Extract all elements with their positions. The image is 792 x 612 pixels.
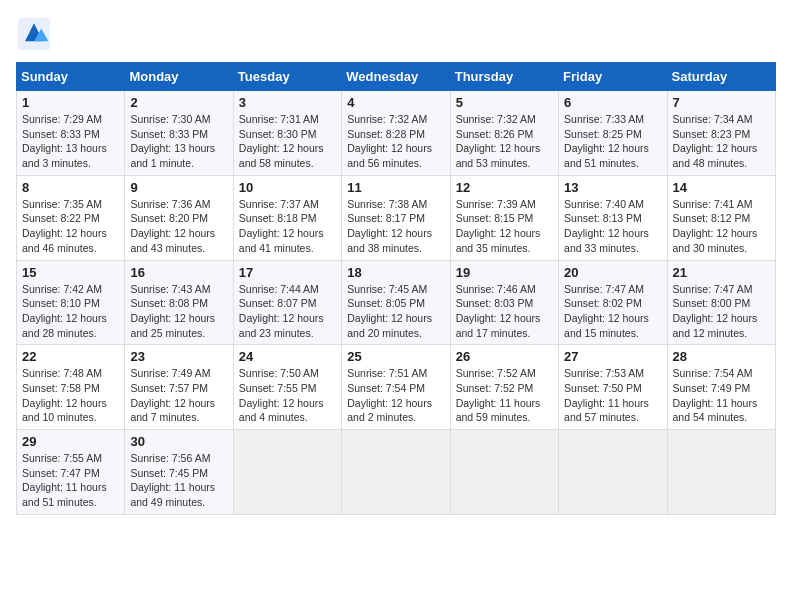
day-info: Sunrise: 7:34 AM Sunset: 8:23 PM Dayligh… — [673, 112, 770, 171]
col-header-monday: Monday — [125, 63, 233, 91]
col-header-friday: Friday — [559, 63, 667, 91]
calendar-cell: 28 Sunrise: 7:54 AM Sunset: 7:49 PM Dayl… — [667, 345, 775, 430]
day-info: Sunrise: 7:49 AM Sunset: 7:57 PM Dayligh… — [130, 366, 227, 425]
day-info: Sunrise: 7:53 AM Sunset: 7:50 PM Dayligh… — [564, 366, 661, 425]
day-info: Sunrise: 7:52 AM Sunset: 7:52 PM Dayligh… — [456, 366, 553, 425]
day-number: 3 — [239, 95, 336, 110]
calendar-week-4: 22 Sunrise: 7:48 AM Sunset: 7:58 PM Dayl… — [17, 345, 776, 430]
calendar-cell — [559, 430, 667, 515]
calendar-cell: 25 Sunrise: 7:51 AM Sunset: 7:54 PM Dayl… — [342, 345, 450, 430]
calendar-cell: 14 Sunrise: 7:41 AM Sunset: 8:12 PM Dayl… — [667, 175, 775, 260]
day-number: 29 — [22, 434, 119, 449]
calendar-cell: 9 Sunrise: 7:36 AM Sunset: 8:20 PM Dayli… — [125, 175, 233, 260]
day-number: 12 — [456, 180, 553, 195]
calendar-cell — [450, 430, 558, 515]
day-info: Sunrise: 7:35 AM Sunset: 8:22 PM Dayligh… — [22, 197, 119, 256]
day-number: 19 — [456, 265, 553, 280]
day-number: 25 — [347, 349, 444, 364]
day-number: 17 — [239, 265, 336, 280]
day-info: Sunrise: 7:40 AM Sunset: 8:13 PM Dayligh… — [564, 197, 661, 256]
day-info: Sunrise: 7:42 AM Sunset: 8:10 PM Dayligh… — [22, 282, 119, 341]
day-info: Sunrise: 7:47 AM Sunset: 8:00 PM Dayligh… — [673, 282, 770, 341]
day-info: Sunrise: 7:33 AM Sunset: 8:25 PM Dayligh… — [564, 112, 661, 171]
calendar-cell: 20 Sunrise: 7:47 AM Sunset: 8:02 PM Dayl… — [559, 260, 667, 345]
day-number: 16 — [130, 265, 227, 280]
day-number: 30 — [130, 434, 227, 449]
day-number: 13 — [564, 180, 661, 195]
day-info: Sunrise: 7:55 AM Sunset: 7:47 PM Dayligh… — [22, 451, 119, 510]
day-number: 8 — [22, 180, 119, 195]
day-number: 21 — [673, 265, 770, 280]
day-info: Sunrise: 7:47 AM Sunset: 8:02 PM Dayligh… — [564, 282, 661, 341]
day-number: 26 — [456, 349, 553, 364]
calendar-cell: 30 Sunrise: 7:56 AM Sunset: 7:45 PM Dayl… — [125, 430, 233, 515]
calendar-cell: 6 Sunrise: 7:33 AM Sunset: 8:25 PM Dayli… — [559, 91, 667, 176]
day-info: Sunrise: 7:48 AM Sunset: 7:58 PM Dayligh… — [22, 366, 119, 425]
day-number: 5 — [456, 95, 553, 110]
calendar-cell: 4 Sunrise: 7:32 AM Sunset: 8:28 PM Dayli… — [342, 91, 450, 176]
day-info: Sunrise: 7:29 AM Sunset: 8:33 PM Dayligh… — [22, 112, 119, 171]
calendar-cell: 22 Sunrise: 7:48 AM Sunset: 7:58 PM Dayl… — [17, 345, 125, 430]
calendar-cell: 27 Sunrise: 7:53 AM Sunset: 7:50 PM Dayl… — [559, 345, 667, 430]
day-number: 9 — [130, 180, 227, 195]
col-header-saturday: Saturday — [667, 63, 775, 91]
day-info: Sunrise: 7:56 AM Sunset: 7:45 PM Dayligh… — [130, 451, 227, 510]
calendar-cell: 23 Sunrise: 7:49 AM Sunset: 7:57 PM Dayl… — [125, 345, 233, 430]
day-number: 20 — [564, 265, 661, 280]
calendar-cell: 8 Sunrise: 7:35 AM Sunset: 8:22 PM Dayli… — [17, 175, 125, 260]
calendar-cell: 24 Sunrise: 7:50 AM Sunset: 7:55 PM Dayl… — [233, 345, 341, 430]
calendar-cell: 21 Sunrise: 7:47 AM Sunset: 8:00 PM Dayl… — [667, 260, 775, 345]
col-header-sunday: Sunday — [17, 63, 125, 91]
calendar-week-5: 29 Sunrise: 7:55 AM Sunset: 7:47 PM Dayl… — [17, 430, 776, 515]
logo-icon — [16, 16, 52, 52]
calendar-week-1: 1 Sunrise: 7:29 AM Sunset: 8:33 PM Dayli… — [17, 91, 776, 176]
day-info: Sunrise: 7:39 AM Sunset: 8:15 PM Dayligh… — [456, 197, 553, 256]
calendar-cell — [667, 430, 775, 515]
day-info: Sunrise: 7:36 AM Sunset: 8:20 PM Dayligh… — [130, 197, 227, 256]
page-header — [16, 16, 776, 52]
calendar-cell — [342, 430, 450, 515]
day-info: Sunrise: 7:32 AM Sunset: 8:26 PM Dayligh… — [456, 112, 553, 171]
calendar-cell: 1 Sunrise: 7:29 AM Sunset: 8:33 PM Dayli… — [17, 91, 125, 176]
day-number: 2 — [130, 95, 227, 110]
day-number: 1 — [22, 95, 119, 110]
calendar-week-3: 15 Sunrise: 7:42 AM Sunset: 8:10 PM Dayl… — [17, 260, 776, 345]
day-info: Sunrise: 7:46 AM Sunset: 8:03 PM Dayligh… — [456, 282, 553, 341]
day-info: Sunrise: 7:44 AM Sunset: 8:07 PM Dayligh… — [239, 282, 336, 341]
day-number: 28 — [673, 349, 770, 364]
day-number: 15 — [22, 265, 119, 280]
calendar-table: SundayMondayTuesdayWednesdayThursdayFrid… — [16, 62, 776, 515]
calendar-cell: 13 Sunrise: 7:40 AM Sunset: 8:13 PM Dayl… — [559, 175, 667, 260]
day-info: Sunrise: 7:30 AM Sunset: 8:33 PM Dayligh… — [130, 112, 227, 171]
calendar-cell: 3 Sunrise: 7:31 AM Sunset: 8:30 PM Dayli… — [233, 91, 341, 176]
calendar-week-2: 8 Sunrise: 7:35 AM Sunset: 8:22 PM Dayli… — [17, 175, 776, 260]
calendar-cell: 19 Sunrise: 7:46 AM Sunset: 8:03 PM Dayl… — [450, 260, 558, 345]
day-info: Sunrise: 7:41 AM Sunset: 8:12 PM Dayligh… — [673, 197, 770, 256]
day-info: Sunrise: 7:50 AM Sunset: 7:55 PM Dayligh… — [239, 366, 336, 425]
day-number: 23 — [130, 349, 227, 364]
day-number: 27 — [564, 349, 661, 364]
calendar-cell: 26 Sunrise: 7:52 AM Sunset: 7:52 PM Dayl… — [450, 345, 558, 430]
calendar-cell: 17 Sunrise: 7:44 AM Sunset: 8:07 PM Dayl… — [233, 260, 341, 345]
logo — [16, 16, 56, 52]
day-info: Sunrise: 7:54 AM Sunset: 7:49 PM Dayligh… — [673, 366, 770, 425]
day-info: Sunrise: 7:51 AM Sunset: 7:54 PM Dayligh… — [347, 366, 444, 425]
calendar-cell: 12 Sunrise: 7:39 AM Sunset: 8:15 PM Dayl… — [450, 175, 558, 260]
day-number: 7 — [673, 95, 770, 110]
day-number: 24 — [239, 349, 336, 364]
day-number: 4 — [347, 95, 444, 110]
day-number: 10 — [239, 180, 336, 195]
day-info: Sunrise: 7:38 AM Sunset: 8:17 PM Dayligh… — [347, 197, 444, 256]
day-number: 11 — [347, 180, 444, 195]
calendar-cell: 7 Sunrise: 7:34 AM Sunset: 8:23 PM Dayli… — [667, 91, 775, 176]
calendar-cell: 5 Sunrise: 7:32 AM Sunset: 8:26 PM Dayli… — [450, 91, 558, 176]
day-number: 22 — [22, 349, 119, 364]
day-info: Sunrise: 7:37 AM Sunset: 8:18 PM Dayligh… — [239, 197, 336, 256]
day-number: 18 — [347, 265, 444, 280]
calendar-cell: 16 Sunrise: 7:43 AM Sunset: 8:08 PM Dayl… — [125, 260, 233, 345]
col-header-wednesday: Wednesday — [342, 63, 450, 91]
day-number: 14 — [673, 180, 770, 195]
calendar-cell: 18 Sunrise: 7:45 AM Sunset: 8:05 PM Dayl… — [342, 260, 450, 345]
calendar-cell: 29 Sunrise: 7:55 AM Sunset: 7:47 PM Dayl… — [17, 430, 125, 515]
calendar-cell — [233, 430, 341, 515]
